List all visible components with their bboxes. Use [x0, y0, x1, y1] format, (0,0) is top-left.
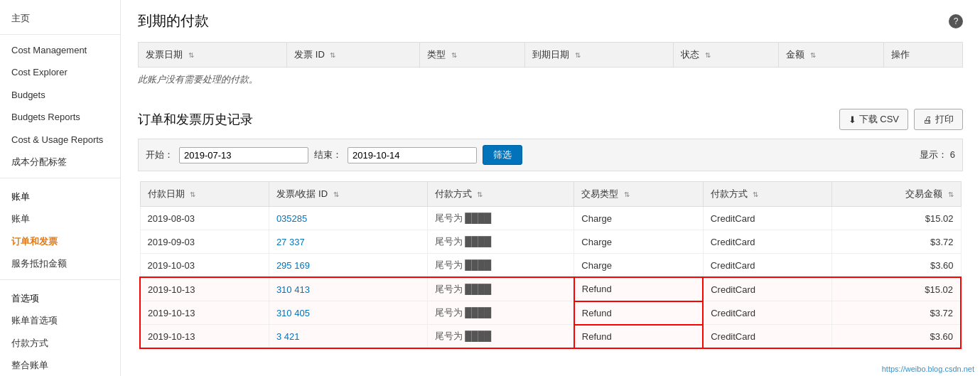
transaction-amount-cell: $3.60	[832, 325, 961, 349]
sort-icon-payment-method[interactable]: ⇅	[477, 190, 483, 198]
payment-method2-cell: CreditCard	[703, 207, 831, 230]
sort-icon-invoice-id[interactable]: ⇅	[330, 51, 335, 59]
print-button[interactable]: 🖨 打印	[914, 109, 963, 130]
invoice-receipt-id-cell[interactable]: 3 421	[269, 325, 427, 349]
history-title: 订单和发票历史记录	[138, 111, 253, 128]
history-section-header: 订单和发票历史记录 ⬇ 下载 CSV 🖨 打印	[138, 109, 963, 130]
sort-icon-invoice-receipt[interactable]: ⇅	[333, 190, 339, 198]
transaction-amount-cell: $15.02	[832, 207, 961, 230]
transaction-amount-cell: $3.60	[832, 254, 961, 278]
print-icon: 🖨	[923, 114, 932, 125]
payment-method2-cell: CreditCard	[703, 301, 831, 325]
sidebar-section-account: 账单	[0, 183, 120, 208]
download-csv-button[interactable]: ⬇ 下载 CSV	[839, 109, 908, 130]
history-table-wrapper: 付款日期 ⇅ 发票/收据 ID ⇅ 付款方式 ⇅ 交易类型 ⇅	[138, 180, 963, 350]
transaction-amount-cell: $3.72	[832, 230, 961, 254]
table-row: 2019-09-0327 337尾号为 ████ChargeCreditCard…	[140, 230, 961, 254]
payment-date-cell: 2019-10-13	[140, 277, 269, 301]
sort-icon-transaction-amount[interactable]: ⇅	[948, 190, 954, 198]
end-label: 结束：	[314, 149, 342, 161]
sidebar-item-orders-invoices[interactable]: 订单和发票	[0, 230, 120, 253]
payment-method2-cell: CreditCard	[703, 277, 831, 301]
sidebar-item-home[interactable]: 主页	[0, 7, 120, 30]
payment-date-cell: 2019-10-13	[140, 301, 269, 325]
transaction-type-cell: Refund	[574, 301, 703, 325]
sort-icon-status[interactable]: ⇅	[705, 51, 711, 59]
page-title-row: 到期的付款 ?	[138, 11, 963, 31]
invoice-receipt-id-cell[interactable]: 035285	[269, 207, 427, 230]
due-date-col: 到期日期 ⇅	[525, 43, 674, 68]
start-date-input[interactable]	[179, 147, 308, 163]
sort-icon-due-date[interactable]: ⇅	[575, 51, 581, 59]
payment-method2-cell: CreditCard	[703, 254, 831, 278]
main-content: 到期的付款 ? 发票日期 ⇅ 发票 ID ⇅ 类型 ⇅	[121, 0, 980, 376]
payment-date-cell: 2019-10-13	[140, 325, 269, 349]
sidebar-item-consolidated-billing[interactable]: 整合账单	[0, 354, 120, 376]
sidebar-item-cost-explorer[interactable]: Cost Explorer	[0, 61, 120, 84]
sidebar-item-budgets-reports[interactable]: Budgets Reports	[0, 106, 120, 129]
payment-method2-col: 付款方式 ⇅	[703, 182, 831, 207]
transaction-type-cell: Refund	[574, 277, 703, 301]
history-table: 付款日期 ⇅ 发票/收据 ID ⇅ 付款方式 ⇅ 交易类型 ⇅	[139, 181, 962, 349]
sort-icon-amount[interactable]: ⇅	[810, 51, 816, 59]
payment-method-cell: 尾号为 ████	[427, 230, 574, 254]
help-icon[interactable]: ?	[949, 14, 963, 28]
transaction-type-cell: Refund	[574, 325, 703, 349]
due-payments-section: 发票日期 ⇅ 发票 ID ⇅ 类型 ⇅ 到期日期 ⇅	[138, 42, 963, 92]
sort-icon-transaction-type[interactable]: ⇅	[624, 190, 630, 198]
sort-icon-payment-method2[interactable]: ⇅	[753, 190, 758, 198]
payment-method-cell: 尾号为 ████	[427, 301, 574, 325]
display-count: 显示： 6	[920, 149, 955, 161]
history-header-row: 付款日期 ⇅ 发票/收据 ID ⇅ 付款方式 ⇅ 交易类型 ⇅	[140, 182, 961, 207]
download-icon: ⬇	[849, 114, 856, 125]
sidebar-item-credits[interactable]: 服务抵扣金额	[0, 252, 120, 275]
table-row: 2019-08-03035285尾号为 ████ChargeCreditCard…	[140, 207, 961, 230]
invoice-receipt-id-cell[interactable]: 310 413	[269, 277, 427, 301]
end-date-input[interactable]	[348, 147, 477, 163]
transaction-amount-cell: $3.72	[832, 301, 961, 325]
sidebar-item-cost-usage-reports[interactable]: Cost & Usage Reports	[0, 129, 120, 151]
sidebar-divider-2	[0, 178, 120, 178]
invoice-date-col: 发票日期 ⇅	[139, 43, 287, 68]
sidebar-divider-3	[0, 279, 120, 280]
sidebar-item-cost-allocation-tags[interactable]: 成本分配标签	[0, 151, 120, 173]
sort-icon-invoice-date[interactable]: ⇅	[188, 51, 194, 59]
payment-method-cell: 尾号为 ████	[427, 207, 574, 230]
sort-icon-type[interactable]: ⇅	[451, 51, 457, 59]
invoice-receipt-id-cell[interactable]: 295 169	[269, 254, 427, 278]
sidebar-divider-1	[0, 34, 120, 35]
table-row: 2019-10-13310 413尾号为 ████RefundCreditCar…	[140, 277, 961, 301]
status-col: 状态 ⇅	[674, 43, 779, 68]
payment-method-col: 付款方式 ⇅	[427, 182, 574, 207]
transaction-type-cell: Charge	[574, 254, 703, 278]
sidebar-item-budgets[interactable]: Budgets	[0, 84, 120, 107]
watermark: https://weibo.blog.csdn.net	[882, 365, 974, 373]
sidebar-item-billing[interactable]: 账单	[0, 208, 120, 230]
transaction-type-col: 交易类型 ⇅	[574, 182, 703, 207]
transaction-type-cell: Charge	[574, 230, 703, 254]
amount-col: 金额 ⇅	[779, 43, 884, 68]
payment-date-cell: 2019-10-03	[140, 254, 269, 278]
page-title: 到期的付款	[138, 11, 209, 31]
sidebar-item-billing-preferences[interactable]: 账单首选项	[0, 309, 120, 332]
invoice-receipt-id-cell[interactable]: 310 405	[269, 301, 427, 325]
sidebar-item-payment-methods[interactable]: 付款方式	[0, 332, 120, 355]
filter-row: 开始： 结束： 筛选 显示： 6	[138, 139, 963, 171]
table-row: 2019-10-133 421尾号为 ████RefundCreditCard$…	[140, 325, 961, 349]
table-row: 2019-10-03295 169尾号为 ████ChargeCreditCar…	[140, 254, 961, 278]
transaction-type-cell: Charge	[574, 207, 703, 230]
action-col: 操作	[884, 43, 963, 68]
filter-button[interactable]: 筛选	[483, 145, 522, 165]
transaction-amount-col: 交易金额 ⇅	[832, 182, 961, 207]
no-due-payments-msg: 此账户没有需要处理的付款。	[138, 68, 963, 92]
sort-icon-payment-date[interactable]: ⇅	[190, 190, 195, 198]
transaction-amount-cell: $15.02	[832, 277, 961, 301]
due-payments-header-row: 发票日期 ⇅ 发票 ID ⇅ 类型 ⇅ 到期日期 ⇅	[139, 43, 963, 68]
invoice-receipt-id-cell[interactable]: 27 337	[269, 230, 427, 254]
payment-method-cell: 尾号为 ████	[427, 277, 574, 301]
due-payments-table: 发票日期 ⇅ 发票 ID ⇅ 类型 ⇅ 到期日期 ⇅	[138, 42, 963, 68]
sidebar-item-cost-management[interactable]: Cost Management	[0, 39, 120, 62]
history-tbody: 2019-08-03035285尾号为 ████ChargeCreditCard…	[140, 207, 961, 349]
table-row: 2019-10-13310 405尾号为 ████RefundCreditCar…	[140, 301, 961, 325]
payment-method-cell: 尾号为 ████	[427, 254, 574, 278]
